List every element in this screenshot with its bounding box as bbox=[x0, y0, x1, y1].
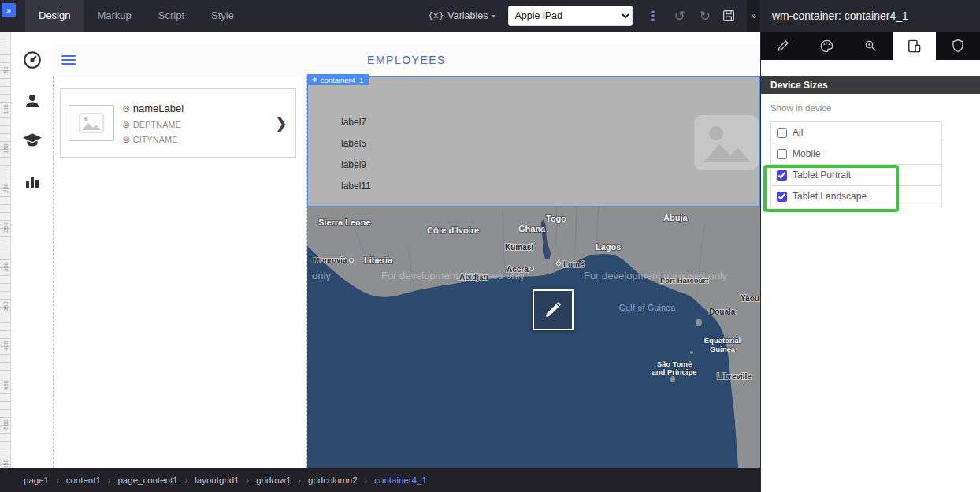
chevron-down-icon: ▾ bbox=[492, 13, 495, 20]
redo-icon[interactable]: ↻ bbox=[700, 8, 711, 24]
sidebar-item-dashboard[interactable] bbox=[17, 44, 48, 76]
checkbox-all[interactable] bbox=[777, 128, 787, 138]
dept-label[interactable]: DEPTNAME bbox=[133, 120, 181, 129]
page-title[interactable]: EMPLOYEES bbox=[53, 54, 760, 66]
checkbox-label: Tablet Portrait bbox=[793, 170, 851, 181]
grid-column: ✥ container4_1 label7 label5 label9 labe… bbox=[307, 76, 760, 468]
ruler-tick: 400 bbox=[2, 338, 9, 354]
breadcrumb-item-gridcolumn2[interactable]: gridcolumn2 bbox=[308, 475, 358, 485]
map-watermark-right: For development purposes only bbox=[584, 270, 728, 281]
tab-markup[interactable]: Markup bbox=[84, 0, 144, 32]
breadcrumb-item-gridrow1[interactable]: gridrow1 bbox=[256, 475, 291, 485]
tab-style[interactable]: Style bbox=[198, 0, 247, 32]
label-widget[interactable]: label9 bbox=[341, 159, 366, 170]
device-preview-select[interactable]: Apple iPad bbox=[508, 6, 633, 26]
tab-design[interactable]: Design bbox=[25, 0, 84, 32]
checkbox-tablet-portrait[interactable] bbox=[777, 170, 787, 181]
breadcrumb-separator-icon: › bbox=[365, 475, 368, 485]
device-option-tablet-portrait[interactable]: Tablet Portrait bbox=[770, 164, 942, 186]
map-label-cote-divoire: Côte d'Ivoire bbox=[427, 226, 479, 235]
breadcrumb-item-content1[interactable]: content1 bbox=[66, 475, 101, 485]
palette-icon bbox=[819, 39, 834, 54]
inspector-tabs bbox=[761, 32, 980, 60]
name-label[interactable]: nameLabel bbox=[133, 102, 184, 114]
checkbox-label: Mobile bbox=[793, 148, 820, 159]
breadcrumb-item-page1[interactable]: page1 bbox=[24, 475, 49, 485]
tab-inspect[interactable] bbox=[848, 32, 893, 60]
collapse-right-icon[interactable]: » bbox=[747, 0, 760, 32]
ruler-tick: 300 bbox=[2, 259, 9, 275]
tab-theme-palette[interactable] bbox=[805, 32, 849, 60]
inspect-icon bbox=[863, 39, 878, 53]
page-header: EMPLOYEES bbox=[53, 43, 760, 76]
city-marker bbox=[530, 267, 534, 271]
sidebar-item-users[interactable] bbox=[17, 85, 48, 117]
breadcrumb-item-page-content1[interactable]: page_content1 bbox=[117, 475, 177, 485]
variables-button[interactable]: {x} Variables ▾ bbox=[428, 10, 495, 21]
bind-icon: ◎ bbox=[123, 120, 130, 129]
ruler-tick: 500 bbox=[2, 417, 9, 433]
brush-icon bbox=[776, 39, 790, 53]
tab-device-sizes[interactable] bbox=[893, 32, 937, 60]
move-icon: ✥ bbox=[312, 76, 317, 84]
breadcrumb-item-layoutgrid1[interactable]: layoutgrid1 bbox=[195, 475, 239, 485]
checkbox-tablet-landscape[interactable] bbox=[777, 192, 787, 202]
breadcrumb-item-container4_1[interactable]: container4_1 bbox=[374, 475, 427, 485]
ruler-tick: 550 bbox=[2, 457, 9, 472]
expand-panel-icon[interactable]: » bbox=[2, 3, 16, 17]
ruler-tick: 150 bbox=[2, 141, 9, 157]
save-icon[interactable] bbox=[722, 9, 736, 23]
graduation-cap-icon bbox=[22, 130, 43, 151]
map-label-ghana: Ghana bbox=[518, 224, 546, 233]
map-label-sierra-leone: Sierra Leone bbox=[318, 218, 371, 227]
map-label-lome: Lomé bbox=[563, 260, 585, 269]
city-marker bbox=[557, 262, 561, 266]
map-label-gulf-of-guinea: Gulf of Guinea bbox=[619, 304, 675, 312]
device-options-list: All Mobile Tablet Portrait Tablet Landsc… bbox=[770, 121, 942, 207]
tab-styles-brush[interactable] bbox=[761, 32, 805, 60]
island-sao-tome bbox=[670, 376, 675, 382]
ruler-tick: 450 bbox=[2, 378, 9, 393]
pencil-icon bbox=[544, 300, 562, 319]
studio-left-column: » Design Markup Script Style {x} Variabl… bbox=[0, 0, 760, 492]
map-edit-button[interactable] bbox=[533, 289, 574, 330]
checkbox-mobile[interactable] bbox=[777, 149, 787, 159]
container-selection-tag[interactable]: ✥ container4_1 bbox=[307, 74, 369, 85]
vertical-ruler: 50 100 150 200 250 300 350 400 450 500 5… bbox=[0, 32, 11, 468]
ruler-tick: 50 bbox=[2, 62, 9, 78]
label-widget[interactable]: label7 bbox=[341, 117, 366, 128]
checkbox-label: All bbox=[793, 127, 803, 138]
device-icon bbox=[907, 39, 922, 54]
picture-ghost-icon bbox=[692, 114, 760, 175]
island-principe bbox=[690, 351, 693, 354]
wavemaker-studio: » Design Markup Script Style {x} Variabl… bbox=[0, 0, 980, 492]
city-label[interactable]: CITYNAME bbox=[133, 135, 178, 144]
map-label-libreville: Libreville bbox=[717, 372, 752, 381]
ruler-tick: 250 bbox=[2, 220, 9, 236]
map-widget[interactable]: Sierra Leone Côte d'Ivoire Ghana Togo Li… bbox=[307, 207, 760, 468]
island-bioko bbox=[696, 319, 702, 326]
more-options-icon[interactable]: ⋮ bbox=[647, 8, 660, 24]
device-option-all[interactable]: All bbox=[770, 121, 942, 144]
breadcrumb-separator-icon: › bbox=[298, 475, 301, 485]
sidebar-item-charts[interactable] bbox=[17, 166, 48, 197]
device-option-mobile[interactable]: Mobile bbox=[770, 143, 942, 165]
employee-list-panel: ◎ nameLabel ◎ DEPTNAME ◎ CITYNAME bbox=[53, 76, 307, 468]
map-label-sao-tome-2: and Príncipe bbox=[651, 367, 696, 376]
city-marker bbox=[350, 259, 354, 263]
employee-list-item[interactable]: ◎ nameLabel ◎ DEPTNAME ◎ CITYNAME bbox=[60, 88, 296, 158]
tab-script[interactable]: Script bbox=[145, 0, 198, 32]
map-label-yaounde: Yaoundé bbox=[741, 294, 760, 303]
undo-icon[interactable]: ↺ bbox=[674, 8, 685, 24]
sidebar-item-education[interactable] bbox=[17, 125, 48, 156]
user-icon bbox=[23, 91, 42, 110]
design-canvas[interactable]: EMPLOYEES bbox=[53, 32, 760, 468]
bind-icon: ◎ bbox=[123, 104, 130, 113]
tab-security-shield[interactable] bbox=[936, 32, 980, 60]
chevron-right-icon[interactable]: ❯ bbox=[274, 114, 288, 132]
device-option-tablet-landscape[interactable]: Tablet Landscape bbox=[770, 185, 942, 207]
label-widget[interactable]: label11 bbox=[341, 181, 371, 192]
topbar: » Design Markup Script Style {x} Variabl… bbox=[0, 0, 760, 32]
label-widget[interactable]: label5 bbox=[341, 138, 366, 149]
container4_1[interactable]: label7 label5 label9 label11 bbox=[307, 76, 760, 207]
